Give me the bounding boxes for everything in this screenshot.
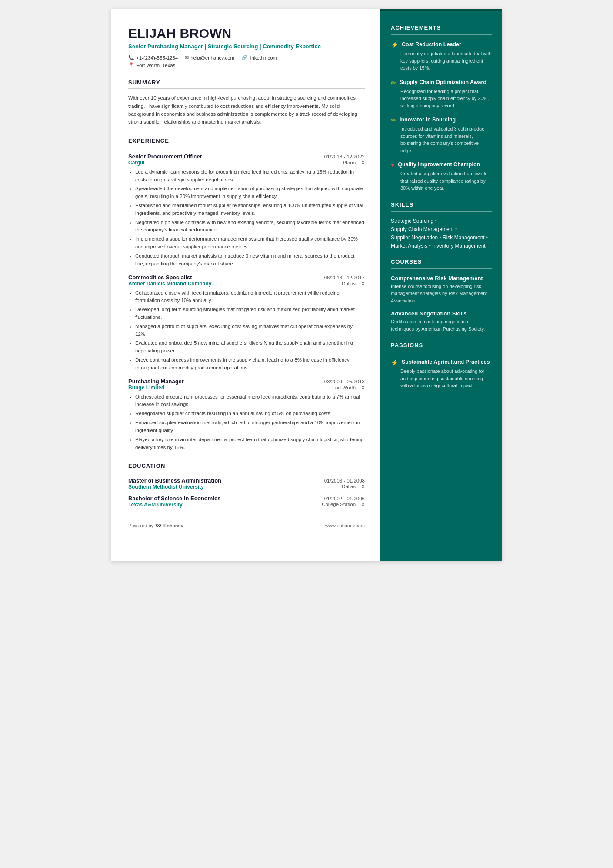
edu-2: Bachelor of Science in Economics 01/2002…: [128, 495, 365, 508]
pencil-icon-1: ✏: [391, 79, 396, 86]
enhancv-logo-icon: ∞: [156, 521, 161, 530]
list-item: Enhanced supplier evaluation methods, wh…: [135, 419, 365, 435]
location-row: 📍 Fort Worth, Texas: [128, 62, 365, 68]
education-title: EDUCATION: [128, 462, 365, 469]
list-item: Led a dynamic team responsible for procu…: [135, 168, 365, 184]
job-2: Commodities Specialist 06/2013 - 12/2017…: [128, 274, 365, 372]
achievements-divider: [391, 34, 492, 35]
job-2-dates: 06/2013 - 12/2017: [324, 275, 365, 280]
list-item: Negotiated high-value contracts with new…: [135, 219, 365, 235]
title: Senior Purchasing Manager | Strategic So…: [128, 43, 365, 50]
achievement-2-title: Supply Chain Optimization Award: [400, 79, 486, 86]
job-1-bullets: Led a dynamic team responsible for procu…: [128, 168, 365, 268]
enhancv-label: Enhancv: [163, 523, 183, 528]
summary-divider: [128, 88, 365, 89]
job-3-bullets: Orchestrated procurement processes for e…: [128, 393, 365, 452]
job-2-location: Dallas, TX: [342, 281, 365, 286]
job-2-bullets: Collaborated closely with feed formulato…: [128, 289, 365, 372]
email-icon: ✉: [185, 55, 189, 60]
job-1-location: Plano, TX: [343, 160, 365, 165]
job-1: Senior Procurement Officer 01/2018 - 12/…: [128, 153, 365, 268]
achievement-4-title: Quality Improvement Champion: [398, 161, 480, 168]
summary-section: SUMMARY With over 10 years of experience…: [128, 79, 365, 126]
passions-title: PASSIONS: [391, 342, 492, 349]
summary-title: SUMMARY: [128, 79, 365, 86]
email-item: ✉ help@enhancv.com: [185, 55, 234, 60]
job-1-dates: 01/2018 - 12/2022: [324, 154, 365, 159]
list-item: Evaluated and onboarded 5 new mineral su…: [135, 339, 365, 355]
course-1-title: Comprehensive Risk Management: [391, 275, 492, 282]
job-3-location: Fort Worth, TX: [332, 385, 365, 390]
job-3-company: Bunge Limited: [128, 385, 164, 391]
list-item: Implemented a supplier performance manag…: [135, 235, 365, 251]
left-column: ELIJAH BROWN Senior Purchasing Manager |…: [111, 9, 380, 561]
email: help@enhancv.com: [190, 55, 234, 60]
link-icon: 🔗: [241, 55, 247, 60]
location-icon: 📍: [128, 62, 134, 68]
edu-1-degree: Master of Business Administration: [128, 477, 221, 484]
skill-3: Supplier Negotiation • Risk Management •: [391, 235, 492, 241]
courses-section: COURSES Comprehensive Risk Management In…: [391, 258, 492, 333]
phone-icon: 📞: [128, 55, 134, 60]
achievement-3-desc: Introduced and validated 3 cutting-edge …: [391, 125, 492, 154]
edu-1-dates: 01/2006 - 01/2008: [324, 478, 365, 483]
courses-title: COURSES: [391, 258, 492, 265]
achievement-4: ♥ Quality Improvement Champion Created a…: [391, 161, 492, 192]
achievement-1: ⚡ Cost Reduction Leader Personally negot…: [391, 41, 492, 72]
name: ELIJAH BROWN: [128, 26, 365, 41]
achievement-4-desc: Created a supplier evaluation framework …: [391, 170, 492, 192]
passion-1-desc: Deeply passionate about advocating for a…: [391, 368, 492, 389]
skills-divider: [391, 211, 492, 212]
job-1-title: Senior Procurement Officer: [128, 153, 202, 160]
job-2-title: Commodities Specialist: [128, 274, 192, 281]
skills-title: SKILLS: [391, 201, 492, 208]
job-3-title: Purchasing Manager: [128, 378, 184, 385]
skills-section: SKILLS Strategic Sourcing • Supply Chain…: [391, 201, 492, 249]
phone: +1-(234)-555-1234: [136, 55, 178, 60]
achievement-2-desc: Recognized for leading a project that in…: [391, 88, 492, 110]
skill-1: Strategic Sourcing •: [391, 218, 492, 224]
pencil-icon-2: ✏: [391, 117, 396, 124]
course-2: Advanced Negotiation Skills Certificatio…: [391, 310, 492, 332]
resume-wrapper: ELIJAH BROWN Senior Purchasing Manager |…: [111, 9, 502, 561]
list-item: Renegotiated supplier contracts resultin…: [135, 410, 365, 418]
right-column: ACHIEVEMENTS ⚡ Cost Reduction Leader Per…: [380, 9, 502, 561]
accent-bar: [380, 9, 502, 11]
footer: Powered by ∞ Enhancv www.enhancv.com: [128, 521, 365, 530]
edu-2-degree: Bachelor of Science in Economics: [128, 495, 220, 502]
achievements-section: ACHIEVEMENTS ⚡ Cost Reduction Leader Per…: [391, 24, 492, 192]
achievement-3-title: Innovator in Sourcing: [400, 116, 456, 123]
list-item: Collaborated closely with feed formulato…: [135, 289, 365, 305]
edu-2-school: Texas A&M University: [128, 502, 183, 508]
job-2-company: Archer Daniels Midland Company: [128, 281, 211, 287]
experience-section: EXPERIENCE Senior Procurement Officer 01…: [128, 137, 365, 452]
edu-1-school: Southern Methodist University: [128, 484, 204, 490]
phone-item: 📞 +1-(234)-555-1234: [128, 55, 178, 60]
summary-text: With over 10 years of experience in high…: [128, 94, 365, 126]
experience-title: EXPERIENCE: [128, 137, 365, 144]
passion-1-title: Sustainable Agricultural Practices: [402, 359, 490, 365]
edu-2-location: College Station, TX: [322, 502, 365, 508]
experience-divider: [128, 147, 365, 147]
edu-2-dates: 01/2002 - 01/2006: [324, 496, 365, 501]
course-2-title: Advanced Negotiation Skills: [391, 310, 492, 317]
achievement-1-title: Cost Reduction Leader: [402, 41, 461, 48]
passion-bolt-icon: ⚡: [391, 359, 398, 366]
passions-section: PASSIONS ⚡ Sustainable Agricultural Prac…: [391, 342, 492, 389]
footer-website: www.enhancv.com: [325, 523, 365, 528]
passion-1: ⚡ Sustainable Agricultural Practices Dee…: [391, 359, 492, 389]
skill-4: Market Analysis • Inventory Management: [391, 243, 492, 249]
list-item: Played a key role in an inter-department…: [135, 436, 365, 452]
linkedin-item: 🔗 linkedin.com: [241, 55, 277, 60]
education-section: EDUCATION Master of Business Administrat…: [128, 462, 365, 508]
list-item: Conducted thorough market analysis to in…: [135, 252, 365, 268]
education-divider: [128, 472, 365, 472]
powered-by-label: Powered by: [128, 523, 153, 528]
list-item: Managed a portfolio of suppliers, execut…: [135, 323, 365, 338]
job-1-company: Cargill: [128, 160, 144, 166]
course-2-desc: Certification in mastering negotiation t…: [391, 318, 492, 332]
job-3-dates: 03/2009 - 05/2013: [324, 379, 365, 384]
passions-divider: [391, 352, 492, 352]
list-item: Drove continual process improvements in …: [135, 356, 365, 372]
contact-row: 📞 +1-(234)-555-1234 ✉ help@enhancv.com 🔗…: [128, 55, 365, 60]
